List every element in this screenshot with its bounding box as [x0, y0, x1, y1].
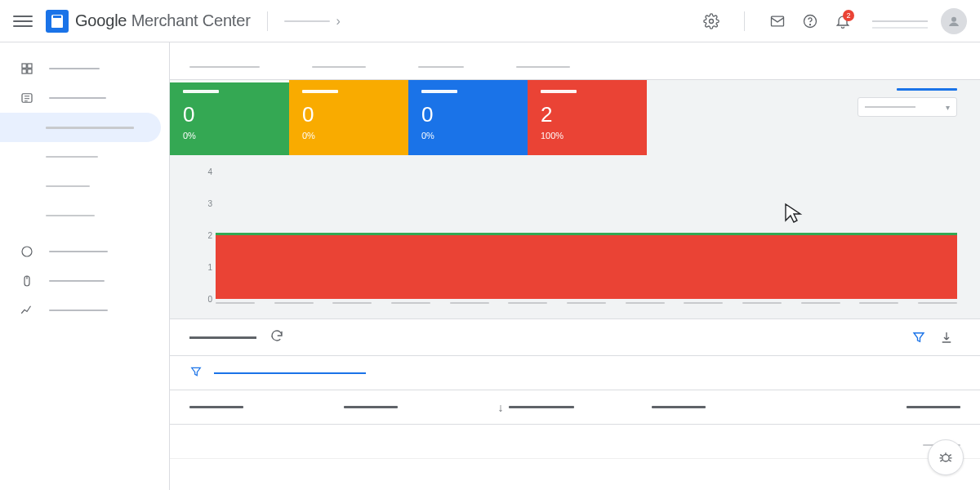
sidebar-subitem[interactable] [0, 201, 161, 230]
tile-label [302, 90, 338, 93]
chart-series-green [216, 233, 957, 235]
dropdown-label [865, 106, 915, 108]
sidebar-item-label [49, 97, 106, 99]
person-icon [947, 14, 961, 29]
circle-icon [20, 244, 34, 259]
status-tile-red[interactable]: 2100% [528, 80, 647, 155]
filter-icon [189, 365, 203, 381]
settings-button[interactable] [695, 5, 728, 38]
chart-x-tick [567, 302, 606, 304]
chevron-right-icon: › [336, 14, 341, 29]
account-selector[interactable] [872, 20, 928, 22]
sidebar-subitem[interactable] [0, 172, 161, 201]
table-row[interactable] [170, 425, 980, 459]
chart-x-axis [216, 302, 957, 310]
notification-badge: 2 [843, 10, 854, 21]
sidebar-item-label [46, 127, 134, 129]
svg-rect-5 [22, 64, 26, 68]
svg-point-4 [951, 16, 956, 21]
column-header-sorted[interactable]: ↓ [498, 401, 653, 414]
chart-y-axis: 01234 [199, 172, 212, 299]
sidebar-item-label [46, 185, 90, 187]
chart-x-tick [332, 302, 372, 304]
date-range-dropdown[interactable]: ▾ [858, 97, 957, 117]
chevron-down-icon: ▾ [946, 103, 950, 112]
tile-percent: 0% [421, 131, 514, 140]
user-avatar[interactable] [941, 8, 967, 34]
help-button[interactable] [794, 5, 826, 38]
chart-plot-area [216, 172, 957, 299]
tile-label [183, 90, 219, 93]
sidebar-item-diagnostics[interactable] [0, 113, 161, 142]
column-header[interactable] [344, 406, 498, 408]
sidebar-item-label [49, 310, 108, 311]
notifications-button[interactable]: 2 [826, 5, 859, 38]
chart-x-tick [391, 302, 430, 304]
chart-x-tick [274, 302, 314, 304]
table-title [189, 336, 256, 339]
status-tile-yellow[interactable]: 00% [289, 80, 408, 155]
chart-x-tick [216, 302, 255, 304]
tile-value: 2 [541, 103, 634, 126]
chart-x-tick [450, 302, 489, 304]
help-icon [802, 13, 818, 29]
svg-point-0 [710, 19, 714, 23]
bug-icon [938, 449, 954, 466]
chart-x-tick [742, 302, 782, 304]
table-header: ↓ [170, 390, 980, 425]
add-filter-link[interactable] [214, 372, 366, 374]
svg-point-10 [22, 247, 32, 256]
svg-rect-7 [22, 69, 26, 74]
filter-row [170, 356, 980, 390]
chart-x-tick [801, 302, 840, 304]
tile-label [421, 90, 457, 93]
tab[interactable] [189, 66, 260, 68]
tab[interactable] [312, 66, 366, 68]
gear-icon [703, 13, 719, 29]
svg-rect-8 [28, 69, 32, 74]
sidebar-item-overview[interactable] [0, 54, 161, 83]
tile-value: 0 [183, 103, 276, 126]
tab[interactable] [516, 66, 570, 68]
mouse-icon [20, 274, 34, 288]
column-header[interactable] [189, 406, 344, 408]
table-controls [170, 318, 980, 356]
arrow-down-icon: ↓ [498, 401, 504, 414]
chart-x-tick [508, 302, 547, 304]
chart-series-red [216, 235, 957, 299]
divider [744, 11, 745, 31]
column-header[interactable] [806, 406, 960, 408]
status-chart: 01234 [170, 155, 980, 318]
sidebar-subitem[interactable] [0, 142, 161, 172]
menu-button[interactable] [13, 11, 33, 31]
tile-value: 0 [421, 103, 514, 126]
inbox-button[interactable] [761, 5, 794, 38]
sidebar-item-trends[interactable] [0, 296, 161, 325]
refresh-button[interactable] [270, 328, 284, 346]
list-icon [20, 91, 34, 105]
dashboard-icon [20, 61, 34, 76]
app-header: Google Merchant Center › 2 [0, 0, 980, 42]
svg-rect-1 [772, 16, 784, 26]
sidebar-item-growth[interactable] [0, 266, 161, 296]
status-tile-green[interactable]: 00% [170, 80, 289, 155]
chart-x-tick [626, 302, 665, 304]
sidebar [0, 42, 170, 490]
view-link[interactable] [897, 88, 957, 91]
status-tile-blue[interactable]: 00% [408, 80, 528, 155]
svg-point-12 [942, 455, 949, 461]
breadcrumb[interactable] [284, 20, 330, 22]
filter-button[interactable] [905, 323, 933, 351]
sidebar-item-performance[interactable] [0, 237, 161, 266]
feedback-button[interactable] [928, 439, 964, 475]
tab[interactable] [418, 66, 464, 68]
chart-x-tick [859, 302, 898, 304]
sidebar-item-products[interactable] [0, 83, 161, 113]
svg-rect-6 [28, 64, 32, 68]
svg-point-3 [810, 24, 811, 24]
main-content: 00%00%00%2100% ▾ 01234 [170, 42, 980, 490]
column-header[interactable] [652, 406, 806, 408]
status-dashboard: 00%00%00%2100% ▾ 01234 [170, 80, 980, 318]
download-button[interactable] [933, 323, 960, 351]
tile-percent: 0% [183, 131, 276, 140]
